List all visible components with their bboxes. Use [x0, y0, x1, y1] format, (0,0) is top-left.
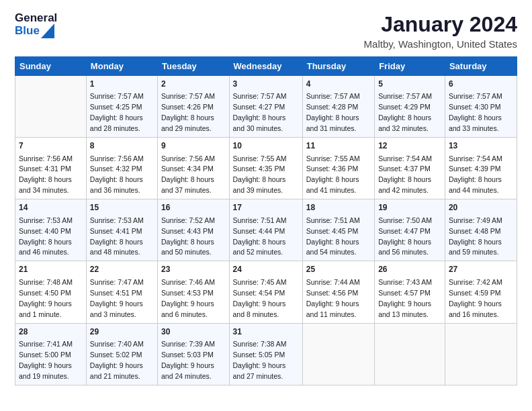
calendar-week-row: 14Sunrise: 7:53 AMSunset: 4:40 PMDayligh… [15, 199, 517, 261]
day-sunset: Sunset: 4:41 PM [90, 227, 142, 235]
calendar-cell: 6Sunrise: 7:57 AMSunset: 4:30 PMDaylight… [445, 76, 517, 138]
calendar-cell: 29Sunrise: 7:40 AMSunset: 5:02 PMDayligh… [86, 323, 157, 385]
day-sunset: Sunset: 4:43 PM [161, 227, 214, 235]
day-sunset: Sunset: 4:53 PM [161, 289, 214, 297]
day-number: 4 [306, 79, 371, 90]
day-daylight: Daylight: 8 hours and 39 minutes. [233, 175, 286, 194]
page: General Blue January 2024 Maltby, Washin… [0, 0, 532, 411]
calendar-cell [375, 323, 445, 385]
day-number: 13 [449, 140, 513, 152]
day-daylight: Daylight: 9 hours and 11 minutes. [306, 300, 359, 318]
day-sunset: Sunset: 4:54 PM [233, 289, 285, 297]
day-number: 21 [19, 264, 83, 275]
day-daylight: Daylight: 8 hours and 54 minutes. [306, 238, 359, 257]
day-daylight: Daylight: 8 hours and 59 minutes. [449, 238, 502, 257]
day-sunset: Sunset: 5:03 PM [161, 351, 214, 359]
day-sunrise: Sunrise: 7:41 AM [19, 340, 73, 348]
calendar-cell: 31Sunrise: 7:38 AMSunset: 5:05 PMDayligh… [229, 323, 302, 385]
calendar-cell [302, 323, 374, 385]
day-sunset: Sunset: 4:39 PM [449, 165, 501, 173]
day-number: 28 [19, 326, 83, 338]
day-number: 22 [90, 264, 154, 275]
svg-marker-0 [41, 24, 54, 38]
day-daylight: Daylight: 9 hours and 8 minutes. [233, 300, 286, 318]
day-number: 8 [90, 140, 154, 152]
calendar-cell: 30Sunrise: 7:39 AMSunset: 5:03 PMDayligh… [158, 323, 230, 385]
day-sunrise: Sunrise: 7:55 AM [306, 154, 360, 163]
day-daylight: Daylight: 8 hours and 31 minutes. [306, 113, 359, 132]
calendar-cell: 23Sunrise: 7:46 AMSunset: 4:53 PMDayligh… [158, 261, 230, 323]
day-daylight: Daylight: 8 hours and 42 minutes. [378, 175, 431, 194]
day-sunrise: Sunrise: 7:46 AM [161, 278, 215, 286]
day-sunrise: Sunrise: 7:44 AM [306, 278, 360, 286]
day-daylight: Daylight: 8 hours and 52 minutes. [233, 238, 286, 257]
calendar-cell: 5Sunrise: 7:57 AMSunset: 4:29 PMDaylight… [375, 76, 445, 138]
day-sunrise: Sunrise: 7:57 AM [306, 92, 360, 100]
calendar-week-row: 21Sunrise: 7:48 AMSunset: 4:50 PMDayligh… [15, 261, 517, 323]
day-sunset: Sunset: 4:48 PM [449, 227, 501, 235]
day-sunrise: Sunrise: 7:45 AM [233, 278, 287, 286]
day-number: 10 [233, 140, 299, 152]
day-sunrise: Sunrise: 7:47 AM [90, 278, 144, 286]
calendar-cell: 9Sunrise: 7:56 AMSunset: 4:34 PMDaylight… [158, 138, 230, 199]
day-number: 25 [306, 264, 371, 275]
calendar-cell: 19Sunrise: 7:50 AMSunset: 4:47 PMDayligh… [375, 199, 445, 261]
day-number: 23 [161, 264, 226, 275]
calendar-cell: 1Sunrise: 7:57 AMSunset: 4:25 PMDaylight… [86, 76, 157, 138]
calendar-week-row: 1Sunrise: 7:57 AMSunset: 4:25 PMDaylight… [15, 76, 517, 138]
day-sunrise: Sunrise: 7:42 AM [449, 278, 502, 286]
day-sunrise: Sunrise: 7:57 AM [90, 92, 144, 100]
day-sunrise: Sunrise: 7:53 AM [90, 216, 144, 224]
col-thursday: Thursday [302, 57, 374, 76]
day-number: 3 [233, 79, 299, 90]
day-daylight: Daylight: 8 hours and 29 minutes. [161, 113, 214, 132]
day-daylight: Daylight: 9 hours and 16 minutes. [449, 300, 502, 318]
day-daylight: Daylight: 9 hours and 24 minutes. [161, 361, 214, 380]
day-number: 31 [233, 326, 299, 338]
day-number: 6 [449, 79, 513, 90]
day-number: 30 [161, 326, 226, 338]
day-daylight: Daylight: 8 hours and 46 minutes. [19, 238, 72, 257]
calendar-cell: 18Sunrise: 7:51 AMSunset: 4:45 PMDayligh… [302, 199, 374, 261]
calendar-cell: 22Sunrise: 7:47 AMSunset: 4:51 PMDayligh… [86, 261, 157, 323]
day-sunset: Sunset: 4:56 PM [306, 289, 359, 297]
day-sunrise: Sunrise: 7:38 AM [233, 340, 287, 348]
day-sunset: Sunset: 4:57 PM [378, 289, 431, 297]
calendar-cell: 25Sunrise: 7:44 AMSunset: 4:56 PMDayligh… [302, 261, 374, 323]
day-sunrise: Sunrise: 7:48 AM [19, 278, 73, 286]
calendar-cell: 12Sunrise: 7:54 AMSunset: 4:37 PMDayligh… [375, 138, 445, 199]
calendar-cell: 16Sunrise: 7:52 AMSunset: 4:43 PMDayligh… [158, 199, 230, 261]
calendar-cell: 24Sunrise: 7:45 AMSunset: 4:54 PMDayligh… [229, 261, 302, 323]
day-number: 14 [19, 202, 83, 214]
day-number: 17 [233, 202, 299, 214]
day-sunrise: Sunrise: 7:51 AM [233, 216, 287, 224]
day-daylight: Daylight: 9 hours and 27 minutes. [233, 361, 286, 380]
day-number: 29 [90, 326, 154, 338]
day-sunset: Sunset: 4:47 PM [378, 227, 431, 235]
calendar-cell: 7Sunrise: 7:56 AMSunset: 4:31 PMDaylight… [15, 138, 87, 199]
day-sunrise: Sunrise: 7:50 AM [378, 216, 432, 224]
day-sunrise: Sunrise: 7:54 AM [449, 154, 502, 163]
day-daylight: Daylight: 9 hours and 1 minute. [19, 300, 72, 318]
day-daylight: Daylight: 9 hours and 19 minutes. [19, 361, 72, 380]
logo-triangle-icon [41, 24, 54, 38]
sub-title: Maltby, Washington, United States [364, 38, 517, 50]
day-sunset: Sunset: 4:44 PM [233, 227, 285, 235]
day-sunset: Sunset: 4:25 PM [90, 103, 142, 111]
day-sunset: Sunset: 4:35 PM [233, 165, 285, 173]
day-daylight: Daylight: 8 hours and 34 minutes. [19, 175, 72, 194]
calendar-cell: 8Sunrise: 7:56 AMSunset: 4:32 PMDaylight… [86, 138, 157, 199]
calendar-table: Sunday Monday Tuesday Wednesday Thursday… [15, 56, 517, 385]
day-daylight: Daylight: 8 hours and 48 minutes. [90, 238, 143, 257]
day-sunrise: Sunrise: 7:56 AM [19, 154, 73, 163]
day-sunset: Sunset: 4:30 PM [449, 103, 501, 111]
day-sunset: Sunset: 4:26 PM [161, 103, 214, 111]
day-number: 15 [90, 202, 154, 214]
day-number: 9 [161, 140, 226, 152]
day-daylight: Daylight: 8 hours and 32 minutes. [378, 113, 431, 132]
calendar-cell: 28Sunrise: 7:41 AMSunset: 5:00 PMDayligh… [15, 323, 87, 385]
day-number: 11 [306, 140, 371, 152]
day-sunset: Sunset: 4:34 PM [161, 165, 214, 173]
calendar-cell: 20Sunrise: 7:49 AMSunset: 4:48 PMDayligh… [445, 199, 517, 261]
day-sunset: Sunset: 4:27 PM [233, 103, 285, 111]
